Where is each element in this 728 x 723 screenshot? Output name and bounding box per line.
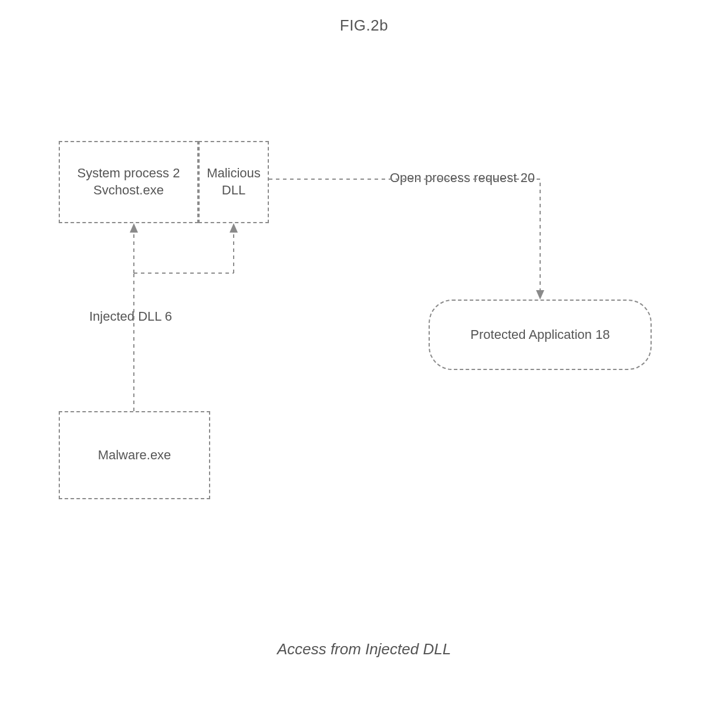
arrowhead-right-icon <box>230 223 238 233</box>
malicious-dll-line1: Malicious <box>207 166 261 180</box>
arrowhead-left-icon <box>130 223 138 233</box>
node-malicious-dll: Malicious DLL <box>198 141 269 223</box>
node-system-process: System process 2 Svchost.exe <box>59 141 198 223</box>
malicious-dll-line2: DLL <box>222 183 245 197</box>
edge-open-process <box>269 179 540 292</box>
edge-label-open-process: Open process request 20 <box>387 170 537 186</box>
system-process-line2: Svchost.exe <box>93 183 164 197</box>
node-protected-application: Protected Application 18 <box>429 300 652 370</box>
node-malware: Malware.exe <box>59 411 210 499</box>
system-process-line1: System process 2 <box>77 166 180 180</box>
arrowhead-open-process-icon <box>536 290 544 300</box>
figure-caption: Access from Injected DLL <box>0 640 728 658</box>
protected-application-label: Protected Application 18 <box>470 327 609 344</box>
diagram-canvas: FIG.2b System process 2 Svchost.exe Mali… <box>0 0 728 723</box>
figure-title: FIG.2b <box>0 16 728 35</box>
malware-label: Malware.exe <box>98 447 171 464</box>
edge-label-injected-dll: Injected DLL 6 <box>87 309 174 324</box>
